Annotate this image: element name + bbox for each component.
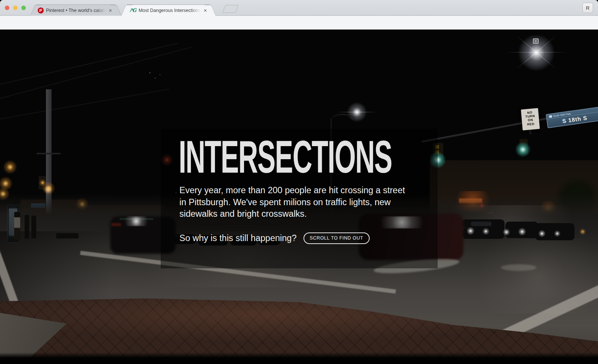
bench-silhouette [56, 233, 78, 238]
hero-intro-text: Every year, more than 200 people are hit… [179, 185, 409, 220]
light-streak [120, 216, 152, 226]
mac-zoom-button[interactable] [21, 6, 26, 10]
tab-close-icon[interactable]: × [108, 8, 113, 13]
new-tab-button[interactable] [222, 5, 239, 13]
page-hero-photo: NO TURN ON RED South Side Flats S 18th S [0, 30, 598, 364]
page-title: INTERSECTIONS [179, 133, 392, 181]
windshield [471, 222, 491, 226]
headlight-glow [518, 228, 526, 236]
tab-pinterest[interactable]: P Pinterest • The world's catalog × [36, 4, 115, 16]
taillight-smear [111, 223, 121, 226]
scroll-cta-button[interactable]: SCROLL TO FIND OUT [303, 232, 370, 244]
toolbar: newsinteractive.post-gazette.com/interse… [0, 16, 598, 30]
green-signal-light [515, 142, 531, 157]
street-name-sign: South Side Flats S 18th S [546, 107, 598, 129]
profile-button[interactable]: R [582, 3, 593, 13]
manhole-patch [501, 264, 536, 271]
tab-bar: P Pinterest • The world's catalog × PG M… [0, 0, 598, 16]
headlight-glow [538, 230, 546, 237]
headlight-glow [503, 228, 510, 236]
no-turn-on-red-sign: NO TURN ON RED [521, 108, 540, 130]
amber-light-glow [579, 228, 586, 235]
orange-lamp-glow [42, 182, 55, 195]
power-line [0, 89, 169, 120]
hero-question-row: So why is this still happening? SCROLL T… [179, 232, 370, 244]
mac-minimize-button[interactable] [13, 6, 18, 10]
tab-title: Pinterest • The world's catalog [46, 8, 106, 13]
pole-crossarm [37, 153, 61, 154]
hero-question: So why is this still happening? [179, 233, 297, 243]
tab-title: Most Dangerous Intersections [139, 8, 201, 13]
mac-close-button[interactable] [5, 6, 9, 10]
sky-specks [150, 73, 150, 73]
lamp-flare [336, 112, 377, 112]
headlight-glow [466, 227, 475, 235]
power-line [0, 43, 179, 86]
headlight-glow [554, 230, 561, 237]
route-shield-icon [549, 115, 552, 118]
headlight-glow [482, 228, 490, 235]
tab-intersections[interactable]: PG Most Dangerous Intersections × [127, 4, 210, 16]
pedestrian [25, 215, 29, 239]
pedestrian [14, 212, 20, 240]
adblock-badge: 1 [533, 38, 539, 44]
hero-overlay-panel: INTERSECTIONS Every year, more than 200 … [161, 129, 438, 268]
browser-window: P Pinterest • The world's catalog × PG M… [0, 0, 598, 364]
orange-lamp-glow [3, 160, 17, 174]
photo-bottom-edge [0, 352, 598, 364]
pinterest-favicon: P [38, 7, 44, 13]
power-line [0, 47, 191, 100]
pedestrian [31, 216, 36, 238]
